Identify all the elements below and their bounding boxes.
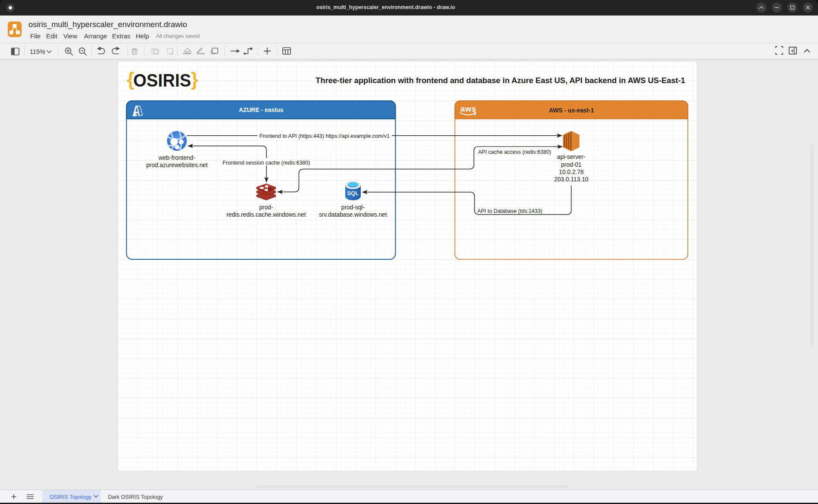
svg-text:prod-01: prod-01 — [561, 162, 582, 168]
svg-text:115%: 115% — [30, 48, 45, 55]
svg-text:prod-sql-: prod-sql- — [341, 204, 365, 211]
svg-text:AZURE - eastus: AZURE - eastus — [239, 107, 284, 113]
svg-text:prod-: prod- — [259, 204, 273, 211]
svg-text:}: } — [191, 69, 198, 90]
svg-text:web-frontend-: web-frontend- — [158, 155, 195, 161]
svg-text:SQL: SQL — [347, 190, 359, 196]
svg-text:api-server-: api-server- — [557, 154, 586, 160]
svg-text:Frontend session cache (redis:: Frontend session cache (redis:6380) — [223, 160, 310, 166]
svg-text:API to Database (tds:1433): API to Database (tds:1433) — [478, 208, 543, 214]
svg-text:OSIRIS: OSIRIS — [133, 70, 191, 90]
svg-text:Three-tier application with fr: Three-tier application with frontend and… — [315, 76, 685, 85]
svg-text:Frontend to API (https:443) ht: Frontend to API (https:443) https://api.… — [259, 133, 390, 139]
svg-text:203.0.113.10: 203.0.113.10 — [554, 176, 589, 183]
svg-text:redis.redis.cache.windows.net: redis.redis.cache.windows.net — [226, 212, 306, 218]
svg-text:prod.azurewebsites.net: prod.azurewebsites.net — [146, 162, 208, 168]
svg-text:AWS - us-east-1: AWS - us-east-1 — [549, 107, 594, 114]
svg-text:API cache access (redis:6380): API cache access (redis:6380) — [478, 149, 551, 155]
svg-text:10.0.2.78: 10.0.2.78 — [559, 169, 584, 175]
svg-text:srv.database.windows.net: srv.database.windows.net — [319, 212, 387, 218]
